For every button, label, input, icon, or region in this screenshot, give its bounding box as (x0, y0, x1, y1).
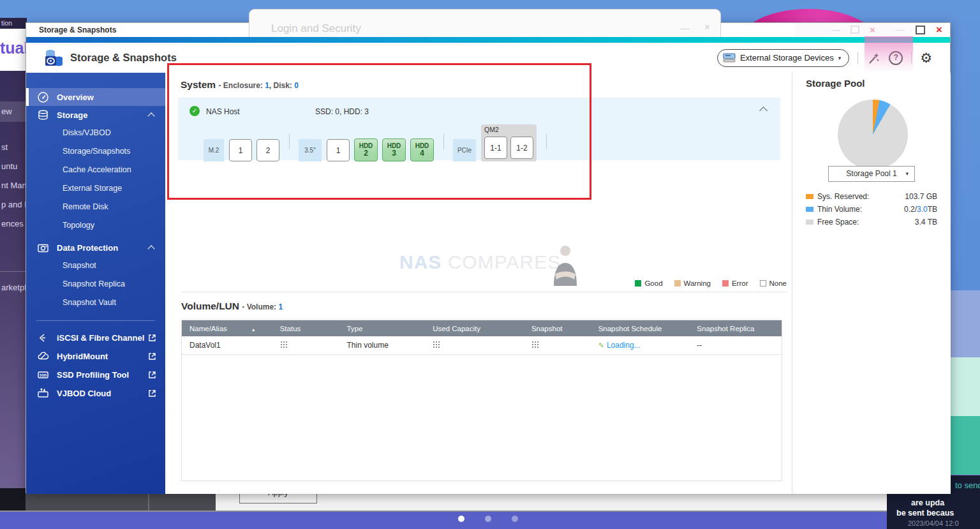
minimize-button[interactable]: — (681, 23, 690, 33)
desktop: tion tual ew st untu nt Man p and R ence… (0, 0, 980, 529)
none-swatch (760, 280, 766, 287)
annotation-rectangle (167, 63, 591, 200)
table-row[interactable]: DataVol1 Thin volume ✎Loading... -- (182, 336, 782, 355)
gear-icon[interactable]: ⚙ (920, 51, 932, 64)
close-button[interactable]: × (704, 22, 710, 33)
divider (0, 271, 26, 272)
notification-timestamp: 2023/04/04 12:0 (908, 519, 959, 527)
external-link-icon (148, 352, 156, 361)
column-snapshot-schedule[interactable]: Snapshot Schedule (591, 325, 690, 332)
background-sidebar-item[interactable]: ew (1, 107, 12, 116)
sidebar-item-disks-vjbod[interactable]: Disks/VJBOD (26, 124, 165, 142)
sidebar-item-storage-snapshots[interactable]: Storage/Snapshots (26, 142, 165, 161)
login-security-window-titlebar[interactable]: Login and Security — × (249, 9, 721, 37)
column-type[interactable]: Type (339, 325, 425, 332)
capacity-loading-icon (425, 341, 524, 350)
svg-text:SSD: SSD (40, 373, 47, 377)
cloud-icon (37, 350, 49, 362)
sidebar-item-ssd-profiling-tool[interactable]: SSD SSD Profiling Tool (26, 366, 165, 384)
column-name-alias[interactable]: Name/Alias▲ (182, 325, 272, 332)
background-sidebar-item[interactable]: st (1, 142, 8, 152)
sidebar-item-hybridmount[interactable]: HybridMount (26, 347, 165, 366)
external-storage-devices-label: External Storage Devices (740, 53, 834, 63)
loading-link[interactable]: Loading... (607, 341, 641, 350)
chevron-down-icon: ▾ (905, 167, 909, 181)
column-snapshot[interactable]: Snapshot (524, 325, 591, 332)
collapse-chevron-icon[interactable] (759, 107, 768, 115)
divider (36, 320, 155, 321)
inactive-window-body (865, 36, 913, 72)
maximize-button[interactable] (916, 26, 925, 34)
storage-pool-selector[interactable]: Storage Pool 1 ▾ (828, 166, 915, 182)
sidebar-item-topology[interactable]: Topology (26, 216, 165, 235)
good-swatch (635, 280, 641, 287)
background-sidebar-item[interactable]: nt Man (1, 181, 27, 190)
storage-pool-legend: Sys. Reserved: 103.7 GB Thin Volume: 0.2… (806, 190, 937, 228)
snapshot-camera-icon (37, 242, 49, 254)
column-used-capacity[interactable]: Used Capacity (425, 325, 524, 332)
snapshot-replica-cell: -- (689, 341, 782, 350)
column-snapshot-replica[interactable]: Snapshot Replica (689, 325, 782, 332)
desktop-page-dot[interactable] (512, 516, 518, 522)
sidebar-item-label: Storage (57, 110, 87, 120)
snapshot-loading-icon (524, 341, 591, 350)
background-dark-strip (0, 488, 26, 514)
close-button[interactable]: × (936, 25, 942, 34)
sidebar-item-storage[interactable]: Storage (26, 106, 165, 124)
volume-type: Thin volume (339, 341, 425, 350)
thin-volume-value: 0.2/3.0TB (904, 205, 937, 214)
login-window-footer (216, 493, 921, 512)
sidebar-item-label: HybridMount (57, 352, 108, 361)
background-window-heading: tual (0, 29, 26, 71)
external-link-icon (148, 334, 156, 342)
storage-pool-title: Storage Pool (806, 78, 865, 89)
sidebar-item-label: Data Protection (57, 243, 118, 253)
divider (858, 52, 858, 64)
desktop-page-dot[interactable] (485, 516, 491, 522)
notification-link[interactable]: to send (955, 481, 980, 490)
close-button[interactable]: × (870, 24, 875, 35)
chevron-up-icon[interactable] (147, 112, 154, 119)
warning-swatch (674, 280, 681, 287)
notification-text: are upda (911, 498, 944, 507)
sidebar-item-remote-disk[interactable]: Remote Disk (26, 198, 165, 216)
chevron-up-icon[interactable] (147, 245, 154, 252)
background-sidebar-item[interactable]: untu (1, 161, 17, 171)
sidebar-item-data-protection[interactable]: Data Protection (26, 239, 165, 257)
sidebar-item-vjbod-cloud[interactable]: VJBOD Cloud (26, 384, 165, 403)
sidebar-item-cache-acceleration[interactable]: Cache Acceleration (26, 161, 165, 179)
sidebar-item-snapshot-replica[interactable]: Snapshot Replica (26, 275, 165, 294)
background-window-sidebar: ew st untu nt Man p and R ences arketpla (0, 71, 26, 488)
sidebar-item-label: Overview (57, 93, 94, 102)
iscsi-icon (37, 332, 49, 344)
sidebar-item-external-storage[interactable]: External Storage (26, 179, 165, 198)
sidebar-item-snapshot-vault[interactable]: Snapshot Vault (26, 294, 165, 312)
external-drive-icon (723, 52, 736, 63)
sidebar-item-overview[interactable]: Overview (26, 88, 165, 106)
external-link-icon (148, 389, 156, 398)
accent-gradient-bar (26, 37, 950, 43)
window-title: Storage & Snapshots (39, 26, 116, 34)
volume-name: DataVol1 (182, 341, 272, 350)
disk-stack-icon (37, 109, 49, 121)
sort-asc-icon: ▲ (251, 327, 256, 332)
gauge-icon (37, 91, 49, 103)
column-status[interactable]: Status (272, 325, 339, 332)
sidebar-item-iscsi-fibre-channel[interactable]: iSCSI & Fibre Channel (26, 329, 165, 347)
minimize-button[interactable]: — (832, 25, 840, 34)
maximize-button[interactable] (850, 26, 859, 34)
sys-reserved-swatch (806, 194, 813, 199)
storage-pool-panel: Storage Pool Storage Pool 1 ▾ Sys. Reser… (792, 73, 951, 494)
notification-text: be sent becaus (896, 509, 954, 518)
desktop-page-dot-active[interactable] (458, 516, 464, 522)
volume-table: Name/Alias▲ Status Type Used Capacity Sn… (181, 320, 782, 481)
table-header: Name/Alias▲ Status Type Used Capacity Sn… (182, 320, 782, 336)
external-link-icon (148, 371, 156, 379)
background-window-tab: tion (0, 18, 27, 29)
external-storage-devices-button[interactable]: External Storage Devices ▾ (717, 49, 849, 67)
legend-good: Good (635, 279, 662, 287)
free-space-swatch (806, 220, 813, 225)
volume-count: 1 (278, 302, 283, 311)
background-sidebar-item[interactable]: ences (1, 219, 24, 228)
sidebar-item-snapshot[interactable]: Snapshot (26, 257, 165, 275)
